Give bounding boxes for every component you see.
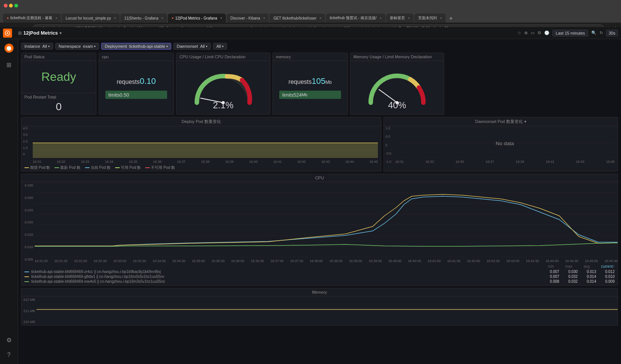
tab-notfound[interactable]: 页面未找到 × [414, 14, 446, 23]
cpu-gauge-value: 2.1% [213, 100, 234, 111]
tab-locust[interactable]: Locust for locust_simple.py × [62, 14, 120, 23]
top-panels-row: Pod Status Ready Pod Restart Total 0 cpu… [21, 53, 618, 115]
pod-restart-header: Pod Restart Total [24, 95, 93, 99]
tab-kibana[interactable]: Discover - Kibana × [227, 14, 269, 23]
legend-series-3: tickethub-api-stable-bfd668469-mw4v5 || … [24, 279, 615, 284]
memory-chart-header: Memory [21, 288, 618, 296]
monitor-icon[interactable]: ▭ [531, 30, 534, 35]
memory-gauge-value: 40% [388, 100, 406, 111]
cpu-chart-panel: CPU 0.0350.0300.0250.0200.0150.0100.005 [21, 174, 618, 286]
close-button[interactable] [4, 4, 8, 8]
memory-chart-panel: Memory 212 MB211 MB210 MB [21, 288, 618, 326]
top-bar: ⊞ 12|Pod Metrics ▾ ☆ ⊕ ▭ ⚙ 🕐 Last 15 min… [0, 27, 621, 39]
daemonset-pod-panel: Daemonset Pod 数量变化 ▾ 1.00.50-0.5-1.0 [384, 117, 618, 171]
cpu-legend: minmaxavgcurrent↑ tickethub-api-stable-b… [21, 263, 618, 285]
svg-point-1 [7, 32, 8, 34]
daemonset-pod-header: Daemonset Pod 数量变化 ▾ [384, 117, 618, 126]
filter-deployment[interactable]: Deployment tickethub-api-stable ▾ [101, 43, 171, 50]
svg-marker-11 [33, 143, 378, 158]
tab-get-ticket[interactable]: GET /tickethub/ticket/user × [269, 14, 325, 23]
pod-restart-section: Pod Restart Total 0 [21, 93, 96, 114]
grafana-app: ⊞ 12|Pod Metrics ▾ ☆ ⊕ ▭ ⚙ 🕐 Last 15 min… [0, 27, 621, 364]
pod-restart-value: 0 [24, 101, 93, 113]
maximize-button[interactable] [14, 4, 18, 8]
memory-header: memory [273, 53, 347, 61]
cpu-chart-header: CPU [21, 174, 618, 182]
time-range-button[interactable]: Last 15 minutes [553, 30, 589, 36]
deploy-pod-header: Deploy Pod 数量变化 [21, 117, 381, 126]
tab-tickethub[interactable]: ● tickethub 压测流程 - 诸葛 × [3, 14, 61, 23]
cpu-line-chart [35, 182, 618, 257]
settings-icon[interactable]: ⚙ [537, 30, 541, 35]
cpu-limits-bar: limits0.50 [105, 91, 167, 99]
filter-instance[interactable]: Instance All ▾ [21, 43, 53, 50]
refresh-interval-button[interactable]: 30s [606, 30, 618, 36]
sidebar: ⬤ ⊞ ⚙ ? [0, 39, 18, 364]
filter-namespace[interactable]: Namespace exam ▾ [55, 43, 99, 50]
cpu-header: cpu [99, 53, 174, 61]
minimize-button[interactable] [9, 4, 13, 8]
memory-requests: requests105Mb [289, 76, 332, 86]
refresh-icon[interactable]: ↻ [600, 30, 603, 35]
memory-line-chart [37, 296, 618, 319]
dashboard-title: 12|Pod Metrics [23, 30, 58, 36]
tab-shentu[interactable]: 11|Shentu - Grafana × [120, 14, 167, 23]
magnify-icon[interactable]: 🔍 [591, 30, 597, 35]
sidebar-settings-icon[interactable]: ⚙ [3, 334, 15, 346]
filter-all[interactable]: All ▾ [213, 43, 227, 50]
sidebar-logo: ⬤ [3, 42, 15, 54]
memory-gauge-panel: Memory Usage / Limit Memory Declaration [350, 53, 444, 115]
deploy-pod-legend: 期望 Pod 数 最新 Pod 数 当前 Pod 数 可用 Pod 数 不可用 … [21, 164, 381, 171]
grafana-logo [3, 29, 12, 38]
top-bar-right: ☆ ⊕ ▭ ⚙ 🕐 Last 15 minutes 🔍 ↻ 30s [518, 30, 618, 36]
filter-daemonset[interactable]: Daemonset All ▾ [174, 43, 211, 50]
svg-text:No data: No data [496, 141, 514, 146]
legend-series-2: tickethub-api-stable-bfd668469-g8dw1 || … [24, 274, 615, 279]
tab-new[interactable]: 新标签页 × [386, 14, 414, 23]
memory-gauge-header: Memory Usage / Limit Memory Declaration [350, 53, 444, 61]
daemonset-pod-chart: No data [395, 128, 615, 158]
sidebar-home-icon[interactable]: ⊞ [3, 59, 15, 71]
deploy-pod-chart [33, 128, 378, 158]
pod-status-header: Pod Status [21, 53, 96, 61]
app-body: ⬤ ⊞ ⚙ ? Instance All ▾ Namespace exam ▾ [0, 39, 621, 364]
grid-icon: ⊞ [18, 30, 22, 36]
sidebar-question-icon[interactable]: ? [3, 349, 15, 361]
pod-status-value: Ready [21, 61, 96, 93]
browser-tabs: ● tickethub 压测流程 - 诸葛 × Locust for locus… [0, 11, 621, 23]
legend-series-1: tickethub-api-stable-bfd668469-zr4cc || … [24, 269, 615, 274]
chevron-down-icon[interactable]: ▾ [524, 119, 527, 124]
browser-chrome: ● tickethub 压测流程 - 诸葛 × Locust for locus… [0, 0, 621, 27]
main-content: Instance All ▾ Namespace exam ▾ Deployme… [18, 39, 621, 364]
memory-limits-bar: limits524Mb [279, 91, 341, 99]
cpu-requests: requests0.10 [117, 76, 156, 86]
tab-pod-metrics[interactable]: ● 12|Pod Metrics - Grafana × [168, 14, 226, 23]
pod-status-panel: Pod Status Ready Pod Restart Total 0 [21, 53, 96, 115]
pod-charts-row: Deploy Pod 数量变化 4.03.02.01.00 [21, 117, 618, 171]
new-tab-button[interactable]: + [446, 14, 455, 23]
deploy-pod-panel: Deploy Pod 数量变化 4.03.02.01.00 [21, 117, 381, 171]
filter-bar: Instance All ▾ Namespace exam ▾ Deployme… [21, 42, 618, 50]
tab-nanjing[interactable]: tickethub 预置试 - 南京流值/ × [326, 14, 385, 23]
share-icon[interactable]: ⊕ [524, 30, 528, 35]
time-icon: 🕐 [544, 30, 549, 35]
cpu-panel: cpu requests0.10 limits0.50 [99, 53, 174, 115]
cpu-gauge-header: CPU Usage / Limit CPU Declaration [177, 53, 270, 61]
star-icon[interactable]: ☆ [518, 30, 521, 35]
caret-icon[interactable]: ▾ [59, 30, 62, 36]
memory-panel: memory requests105Mb limits524Mb [272, 53, 348, 115]
cpu-gauge-panel: CPU Usage / Limit CPU Declaration [176, 53, 270, 115]
